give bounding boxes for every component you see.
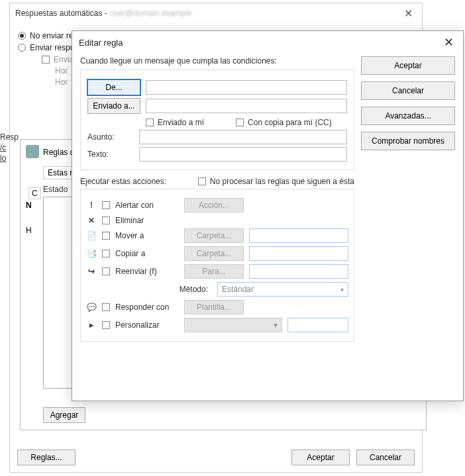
col-h: H — [26, 226, 32, 235]
forward-to-field[interactable] — [249, 264, 348, 279]
move-label: Mover a — [115, 231, 179, 240]
sent-to-button[interactable]: Enviado a... — [87, 98, 140, 114]
right-column: Aceptar Cancelar Avanzadas... Comprobar … — [361, 56, 455, 342]
cancel-button[interactable]: Cancelar — [356, 450, 415, 465]
alert-label: Alertar con — [115, 201, 179, 210]
cc-me-checkbox[interactable]: Con copia para mí (CC) — [236, 118, 332, 127]
sent-to-me-label: Enviado a mí — [158, 118, 204, 127]
custom-label: Personalizar — [115, 320, 179, 330]
radio-icon — [18, 44, 26, 52]
checkbox-icon[interactable] — [42, 56, 50, 64]
bg-title-text: Respuestas automáticas - — [15, 9, 107, 18]
checkbox-icon — [236, 119, 244, 126]
custom-icon: ▸ — [86, 320, 97, 330]
advanced-button[interactable]: Avanzadas... — [361, 107, 455, 125]
forward-to-button[interactable]: Para... — [184, 264, 244, 279]
edit-rule-dialog: Editar regla ✕ Cuando llegue un mensaje … — [72, 30, 464, 401]
move-folder-field[interactable] — [249, 228, 348, 243]
rules-button[interactable]: Reglas... — [17, 450, 76, 465]
sent-to-input[interactable] — [146, 99, 347, 113]
cancel-button[interactable]: Cancelar — [361, 81, 455, 100]
delete-checkbox[interactable] — [102, 216, 110, 224]
fg-titlebar: Editar regla ✕ — [72, 31, 463, 54]
estado-header: Estado — [43, 185, 68, 194]
from-input[interactable] — [146, 80, 347, 95]
check-names-button[interactable]: Comprobar nombres — [361, 132, 455, 150]
reply-label: Responder con — [115, 303, 179, 312]
ok-button[interactable]: Aceptar — [361, 56, 455, 75]
body-text-input[interactable] — [139, 147, 347, 162]
cropped-link[interactable]: /c — [0, 143, 6, 152]
actions-label: Ejecutar estas acciones: — [80, 177, 166, 186]
copy-checkbox[interactable] — [102, 250, 110, 258]
cropped-link-lo[interactable]: lo — [0, 154, 6, 163]
conditions-box: De... Enviado a... Enviado a mí Con co — [80, 70, 354, 170]
method-value: Estándar — [222, 285, 254, 294]
checkbox-icon — [198, 177, 206, 185]
reply-checkbox[interactable] — [102, 303, 110, 311]
copy-folder-button[interactable]: Carpeta... — [184, 246, 244, 261]
delete-icon: ✕ — [86, 216, 97, 225]
move-icon: 📄 — [86, 231, 97, 240]
cropped-text: Resp — [0, 132, 19, 142]
left-column: Cuando llegue un mensaje que cumpla las … — [80, 56, 354, 342]
move-folder-button[interactable]: Carpeta... — [184, 228, 244, 243]
sent-to-me-checkbox[interactable]: Enviado a mí — [146, 118, 204, 127]
accept-button[interactable]: Aceptar — [291, 450, 350, 465]
bg-title-email: user@domain.example — [110, 9, 192, 18]
close-icon[interactable]: ✕ — [400, 7, 417, 20]
copy-folder-field[interactable] — [249, 246, 348, 261]
bg-footer: Reglas... Aceptar Cancelar — [9, 442, 423, 473]
stop-processing-label: No procesar las reglas que siguen a ésta — [210, 177, 354, 186]
subject-label: Asunto: — [87, 132, 134, 142]
forward-checkbox[interactable] — [102, 267, 110, 275]
custom-combo[interactable]: ▾ — [184, 318, 282, 332]
copy-icon: 📑 — [86, 249, 97, 258]
alert-checkbox[interactable] — [102, 201, 110, 209]
from-button[interactable]: De... — [87, 79, 140, 95]
add-rule-button[interactable]: Agregar — [43, 407, 85, 423]
copy-label: Copiar a — [115, 249, 179, 258]
template-button[interactable]: Plantilla... — [184, 300, 244, 314]
sub-envia-label: Envia — [54, 55, 74, 64]
custom-field[interactable] — [287, 318, 348, 332]
alert-icon: ! — [86, 201, 97, 210]
forward-icon: ↪ — [86, 267, 97, 276]
subject-input[interactable] — [139, 130, 347, 144]
custom-checkbox[interactable] — [102, 321, 110, 329]
sub-hor1: Hor — [55, 66, 68, 75]
col-c: C — [28, 187, 41, 199]
radio-icon — [18, 32, 26, 40]
sub-hor2: Hor — [55, 77, 68, 87]
checkbox-icon — [146, 119, 154, 126]
move-checkbox[interactable] — [102, 232, 110, 240]
actions-box: ! Alertar con Acción... ✕ Eliminar 📄 Mov… — [80, 189, 354, 342]
gear-icon — [26, 145, 39, 158]
chevron-down-icon: ▾ — [274, 320, 278, 330]
delete-label: Eliminar — [115, 216, 179, 225]
reply-icon: 💬 — [86, 303, 97, 312]
bg-titlebar: Respuestas automáticas - user@domain.exa… — [10, 3, 422, 23]
close-icon[interactable]: ✕ — [441, 35, 456, 50]
cc-me-label: Con copia para mí (CC) — [248, 118, 332, 127]
forward-label: Reenviar (f) — [115, 267, 179, 276]
method-label: Método: — [86, 285, 212, 294]
body-text-label: Texto: — [87, 150, 134, 159]
col-n: N — [26, 201, 32, 210]
action-button[interactable]: Acción... — [184, 198, 244, 213]
conditions-label: Cuando llegue un mensaje que cumpla las … — [80, 56, 354, 66]
method-select[interactable]: Estándar ▾ — [217, 282, 348, 297]
fg-title-text: Editar regla — [79, 38, 123, 48]
chevron-down-icon: ▾ — [340, 286, 344, 293]
stop-processing-checkbox[interactable]: No procesar las reglas que siguen a ésta — [198, 177, 354, 186]
